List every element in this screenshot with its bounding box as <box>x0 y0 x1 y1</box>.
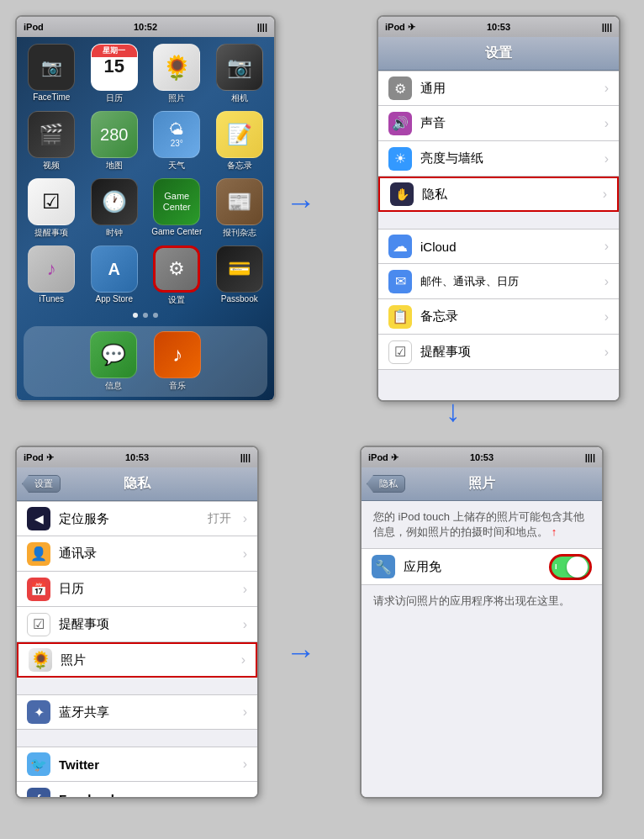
arrow-right-2: → <box>286 635 316 670</box>
app-gamecenter[interactable]: Game Center Game Center <box>149 178 205 239</box>
settings-content: ⚙ 通用 › 🔊 声音 › ☀ 亮度与墙纸 › ✋ 隐私 › <box>378 71 619 402</box>
page-dot-1 <box>133 313 138 318</box>
home-status-bar: iPod 10:52 |||| <box>17 17 274 37</box>
settings-navbar: 设置 <box>378 37 619 71</box>
app-reminders[interactable]: ☑ 提醒事项 <box>24 178 80 239</box>
app-newsstand[interactable]: 📰 报刊杂志 <box>212 178 268 239</box>
settings-arrow-sounds: › <box>604 116 609 131</box>
settings-arrow-privacy: › <box>603 187 607 202</box>
app-weather[interactable]: 🌤 23° 天气 <box>149 111 205 171</box>
privacy-screen-frame: iPod ✈ 10:53 |||| 设置 隐私 ◀ 定位服务 打开 › 👤 通讯… <box>15 446 259 799</box>
settings-group-1: ⚙ 通用 › 🔊 声音 › ☀ 亮度与墙纸 › ✋ 隐私 › <box>378 71 619 212</box>
settings-label-brightness: 亮度与墙纸 <box>420 150 596 166</box>
settings-item-sounds[interactable]: 🔊 声音 › <box>378 106 619 141</box>
privacy-group-3: 🐦 Twitter › f Facebook › 微 新浪微博 › <box>17 747 257 799</box>
privacy-arrow-contacts: › <box>243 546 247 562</box>
status-time: 10:53 <box>470 452 494 462</box>
privacy-back-button[interactable]: 设置 <box>22 475 61 493</box>
privacy-item-bluetooth[interactable]: ✦ 蓝牙共享 › <box>17 694 257 730</box>
privacy-content: ◀ 定位服务 打开 › 👤 通讯录 › 📅 日历 › ☑ 提醒事项 <box>17 501 257 799</box>
app-calendar[interactable]: 星期一 15 日历 <box>87 44 143 104</box>
app-passbook[interactable]: 💳 Passbook <box>212 245 268 306</box>
arrow-right-1: → <box>286 185 316 220</box>
status-right: |||| <box>240 452 251 462</box>
settings-item-brightness[interactable]: ☀ 亮度与墙纸 › <box>378 141 619 177</box>
privacy-sep-1 <box>17 678 257 694</box>
photos-content: 您的 iPod touch 上储存的照片可能包含其他信息，例如照片的拍摄时间和地… <box>362 501 602 799</box>
privacy-icon-facebook: f <box>27 788 50 799</box>
privacy-item-reminders[interactable]: ☑ 提醒事项 › <box>17 607 257 642</box>
settings-arrow-icloud: › <box>604 239 609 254</box>
photos-navbar: 隐私 照片 <box>362 467 602 501</box>
settings-item-reminders[interactable]: ☑ 提醒事项 › <box>378 335 619 370</box>
settings-icon-icloud: ☁ <box>388 235 412 258</box>
app-appstore[interactable]: A App Store <box>87 245 143 306</box>
privacy-title: 隐私 <box>124 475 150 493</box>
privacy-icon-location: ◀ <box>27 507 50 530</box>
settings-label-notes: 备忘录 <box>420 309 596 325</box>
settings-item-mail[interactable]: ✉ 邮件、通讯录、日历 › <box>378 264 619 299</box>
settings-item-privacy[interactable]: ✋ 隐私 › <box>378 177 619 212</box>
app-clock[interactable]: 🕐 时钟 <box>87 178 143 239</box>
settings-arrow-mail: › <box>604 274 609 289</box>
privacy-item-photos[interactable]: 🌻 照片 › <box>17 642 257 678</box>
status-left: iPod <box>24 22 44 32</box>
settings-group-2: ☁ iCloud › ✉ 邮件、通讯录、日历 › 📋 备忘录 › ☑ 提醒事项 <box>378 229 619 370</box>
status-right: |||| <box>257 22 267 32</box>
privacy-arrow-photos: › <box>241 652 245 668</box>
privacy-label-bluetooth: 蓝牙共享 <box>59 704 235 720</box>
privacy-label-photos: 照片 <box>61 652 233 668</box>
settings-item-general[interactable]: ⚙ 通用 › <box>378 71 619 106</box>
privacy-item-location[interactable]: ◀ 定位服务 打开 › <box>17 501 257 536</box>
settings-item-icloud[interactable]: ☁ iCloud › <box>378 229 619 264</box>
arrow-down-1: ↓ <box>446 393 461 429</box>
privacy-label-calendar: 日历 <box>59 581 235 597</box>
photos-status-bar: iPod ✈ 10:53 |||| <box>362 447 602 467</box>
settings-item-notes[interactable]: 📋 备忘录 › <box>378 299 619 335</box>
settings-arrow-brightness: › <box>604 151 609 166</box>
settings-sep-1 <box>378 212 619 229</box>
app-camera[interactable]: 📷 相机 <box>212 44 268 104</box>
dock-music[interactable]: ♪ 音乐 <box>154 331 201 392</box>
settings-arrow-notes: › <box>604 309 609 325</box>
privacy-item-contacts[interactable]: 👤 通讯录 › <box>17 536 257 572</box>
dock-messages[interactable]: 💬 信息 <box>90 331 137 392</box>
settings-label-sounds: 声音 <box>420 115 596 131</box>
privacy-arrow-reminders: › <box>243 617 247 632</box>
privacy-item-calendar[interactable]: 📅 日历 › <box>17 572 257 607</box>
home-screen-frame: iPod 10:52 |||| 📷 FaceTime 星期一 15 日历 <box>15 15 276 402</box>
privacy-arrow-location: › <box>243 511 247 526</box>
privacy-icon-contacts: 👤 <box>27 542 50 566</box>
settings-icon-sounds: 🔊 <box>388 112 412 135</box>
privacy-arrow-bluetooth: › <box>243 704 247 720</box>
app-videos[interactable]: 🎬 视频 <box>24 111 80 171</box>
privacy-status-bar: iPod ✈ 10:53 |||| <box>17 447 257 467</box>
photos-toggle-icon: 🔧 <box>372 555 395 578</box>
status-right: |||| <box>602 22 612 32</box>
settings-arrow-reminders: › <box>604 345 609 360</box>
privacy-label-reminders: 提醒事项 <box>59 616 235 632</box>
photos-toggle-switch[interactable]: I <box>549 554 592 580</box>
app-facetime[interactable]: 📷 FaceTime <box>24 44 80 104</box>
app-grid: 📷 FaceTime 星期一 15 日历 🌻 照片 📷 相机 <box>24 44 267 306</box>
status-left: iPod ✈ <box>24 452 54 463</box>
app-settings[interactable]: ⚙ 设置 <box>149 245 205 306</box>
page-dot-3 <box>153 313 158 318</box>
home-wallpaper: 📷 FaceTime 星期一 15 日历 🌻 照片 📷 相机 <box>17 37 274 402</box>
privacy-item-facebook[interactable]: f Facebook › <box>17 782 257 799</box>
top-row: iPod 10:52 |||| 📷 FaceTime 星期一 15 日历 <box>15 15 620 402</box>
app-maps[interactable]: 280 地图 <box>87 111 143 171</box>
app-notes[interactable]: 📝 备忘录 <box>212 111 268 171</box>
status-time: 10:53 <box>487 22 510 32</box>
settings-icon-notes: 📋 <box>388 305 412 329</box>
status-time: 10:53 <box>125 452 149 462</box>
app-itunes[interactable]: ♪ iTunes <box>24 245 80 306</box>
privacy-item-twitter[interactable]: 🐦 Twitter › <box>17 747 257 782</box>
app-photos[interactable]: 🌻 照片 <box>149 44 205 104</box>
photos-back-button[interactable]: 隐私 <box>367 475 405 493</box>
privacy-icon-reminders: ☑ <box>27 613 50 636</box>
bottom-row: iPod ✈ 10:53 |||| 设置 隐私 ◀ 定位服务 打开 › 👤 通讯… <box>15 446 604 799</box>
privacy-label-twitter: Twitter <box>59 757 235 772</box>
settings-icon-privacy: ✋ <box>390 182 414 206</box>
privacy-arrow-calendar: › <box>243 582 247 597</box>
